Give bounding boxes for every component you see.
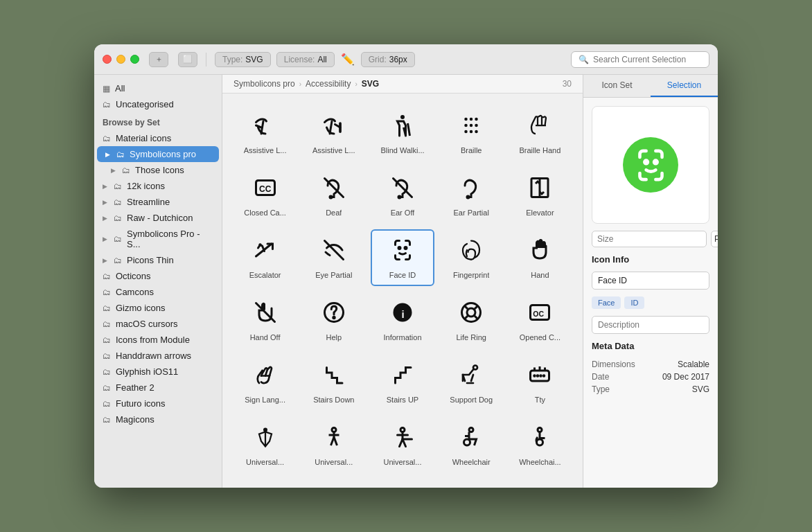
universal-2-icon [321, 425, 346, 454]
folder-icon: 🗂 [103, 134, 111, 143]
sidebar-item-macos-cursors[interactable]: 🗂 macOS cursors [94, 316, 222, 332]
icon-cell-hand[interactable]: Hand [509, 229, 572, 286]
export-button[interactable]: ⬜ [178, 52, 197, 67]
icon-cell-sign-lang[interactable]: Sign Lang... [233, 354, 297, 411]
icon-cell-universal-2[interactable]: Universal... [302, 416, 365, 473]
breadcrumb-count: 30 [563, 79, 572, 89]
sidebar-label: Glyphish iOS11 [116, 366, 178, 377]
sidebar-item-magicons[interactable]: 🗂 Magicons [94, 411, 222, 427]
icon-cell-face-id[interactable]: Face ID [371, 229, 434, 286]
icon-cell-closed-captions[interactable]: CC Closed Ca... [233, 167, 297, 224]
license-label: License: [284, 55, 315, 64]
svg-line-37 [465, 316, 468, 319]
search-input[interactable] [593, 55, 702, 64]
tab-icon-set[interactable]: Icon Set [583, 75, 651, 97]
icon-label-tty: Tty [535, 396, 545, 404]
sidebar-item-octicons[interactable]: 🗂 Octicons [94, 268, 222, 284]
sidebar-item-symbolicons-pro-s[interactable]: ▶ 🗂 Symbolicons Pro - S... [94, 226, 222, 252]
icon-label-face-id: Face ID [389, 271, 416, 279]
format-select[interactable]: PNG ⌃⌄ [711, 231, 718, 247]
icon-cell-braille[interactable]: Braille [440, 105, 503, 161]
support-dog-icon [459, 362, 484, 391]
sidebar-item-12k-icons[interactable]: ▶ 🗂 12k icons [94, 178, 222, 194]
titlebar: ＋ ⬜ Type: SVG License: All ✏️ Grid: 36px… [94, 44, 718, 75]
sidebar-item-material-icons[interactable]: 🗂 Material icons [94, 130, 222, 146]
icon-label-wheelchair-2: Wheelchai... [519, 458, 561, 466]
sidebar-item-uncategorised[interactable]: 🗂 Uncategorised [94, 96, 222, 112]
icon-cell-ear-partial[interactable]: Ear Partial [440, 167, 503, 224]
icon-cell-braille-hand[interactable]: Braille Hand [509, 105, 572, 161]
icon-name-input[interactable] [592, 272, 709, 290]
close-button[interactable] [103, 55, 112, 64]
sidebar-item-streamline[interactable]: ▶ 🗂 Streamline [94, 194, 222, 210]
svg-line-25 [324, 241, 343, 260]
icon-cell-tty[interactable]: Tty [509, 354, 572, 411]
blind-walking-icon [390, 113, 415, 142]
icon-cell-wheelchair-2[interactable]: Wheelchai... [509, 416, 572, 473]
icon-cell-escalator[interactable]: Escalator [233, 229, 297, 286]
sidebar-item-raw-dutchicon[interactable]: ▶ 🗂 Raw - Dutchicon [94, 210, 222, 226]
icon-cell-universal-1[interactable]: Universal... [233, 416, 297, 473]
icon-cell-assistive-1[interactable]: Assistive L... [233, 105, 297, 161]
folder-icon: 🗂 [103, 399, 111, 409]
tag-face[interactable]: Face [592, 296, 621, 309]
description-input[interactable] [592, 316, 709, 334]
icon-cell-help[interactable]: Help [302, 292, 365, 348]
breadcrumb-part-2[interactable]: Accessibility [306, 79, 351, 89]
minimize-button[interactable] [116, 55, 125, 64]
icon-cell-support-dog[interactable]: Support Dog [440, 354, 503, 411]
svg-line-38 [475, 316, 478, 319]
icon-cell-ear-off[interactable]: Ear Off [371, 167, 434, 224]
folder-icon: 🗂 [103, 303, 111, 313]
grid-value: 36px [389, 55, 407, 64]
icon-cell-information[interactable]: i Information [371, 292, 434, 348]
sidebar-item-glyphish-ios11[interactable]: 🗂 Glyphish iOS11 [94, 364, 222, 380]
license-filter[interactable]: License: All [276, 52, 335, 67]
traffic-lights [103, 55, 139, 64]
icon-cell-universal-3[interactable]: Universal... [371, 416, 434, 473]
folder-icon: 🗂 [103, 367, 111, 377]
search-bar[interactable]: 🔍 [571, 51, 709, 68]
icon-cell-hand-off[interactable]: Hand Off [233, 292, 297, 348]
icon-cell-elevator[interactable]: Elevator [509, 167, 572, 224]
svg-point-34 [467, 308, 475, 317]
icon-cell-life-ring[interactable]: Life Ring [440, 292, 503, 348]
sidebar-item-all[interactable]: ▦ All [94, 80, 222, 96]
meta-table: Dimensions Scalable Date 09 Dec 2017 Typ… [592, 358, 709, 396]
grid-control[interactable]: Grid: 36px [361, 52, 415, 67]
icon-cell-stairs-down[interactable]: Stairs Down [302, 354, 365, 411]
maximize-button[interactable] [130, 55, 139, 64]
icon-cell-assistive-2[interactable]: Assistive L... [302, 105, 365, 161]
icon-cell-deaf[interactable]: Deaf [302, 167, 365, 224]
icon-cell-stairs-up[interactable]: Stairs UP [371, 354, 434, 411]
add-button[interactable]: ＋ [149, 52, 168, 67]
tab-selection[interactable]: Selection [651, 75, 718, 97]
icon-label-fingerprint: Fingerprint [453, 271, 490, 279]
icon-label-deaf: Deaf [326, 209, 342, 217]
browse-by-set-header: Browse by Set [94, 112, 222, 130]
sidebar-item-gizmo-icons[interactable]: 🗂 Gizmo icons [94, 300, 222, 316]
color-icon[interactable]: ✏️ [340, 52, 355, 67]
sidebar-item-those-icons[interactable]: ▶ 🗂 Those Icons [94, 162, 222, 178]
icon-cell-opened-c[interactable]: OC Opened C... [509, 292, 572, 348]
type-filter[interactable]: Type: SVG [215, 52, 271, 67]
sidebar-item-feather-2[interactable]: 🗂 Feather 2 [94, 380, 222, 396]
sidebar-item-handdrawn-arrows[interactable]: 🗂 Handdrawn arrows [94, 348, 222, 364]
icon-cell-fingerprint[interactable]: Fingerprint [440, 229, 503, 286]
tag-id[interactable]: ID [624, 296, 644, 309]
icon-cell-wheelchair[interactable]: Wheelchair [440, 416, 503, 473]
sidebar-item-icons-from-module[interactable]: 🗂 Icons from Module [94, 332, 222, 348]
svg-text:i: i [401, 308, 404, 320]
folder-icon: 🗂 [114, 213, 122, 223]
sidebar-item-picons-thin[interactable]: ▶ 🗂 Picons Thin [94, 252, 222, 268]
icon-info-title: Icon Info [592, 254, 709, 265]
sidebar-item-symbolicons-pro[interactable]: ▶ 🗂 Symbolicons pro [97, 146, 219, 162]
sidebar-item-camcons[interactable]: 🗂 Camcons [94, 284, 222, 300]
size-input[interactable] [592, 231, 707, 247]
breadcrumb-part-1[interactable]: Symbolicons pro [233, 79, 295, 89]
sidebar-item-futuro-icons[interactable]: 🗂 Futuro icons [94, 396, 222, 411]
folder-icon: 🗂 [114, 256, 122, 265]
icon-cell-eye-partial[interactable]: Eye Partial [302, 229, 365, 286]
icon-cell-blind-walking[interactable]: Blind Walki... [371, 105, 434, 161]
icon-label-universal-2: Universal... [315, 458, 353, 466]
